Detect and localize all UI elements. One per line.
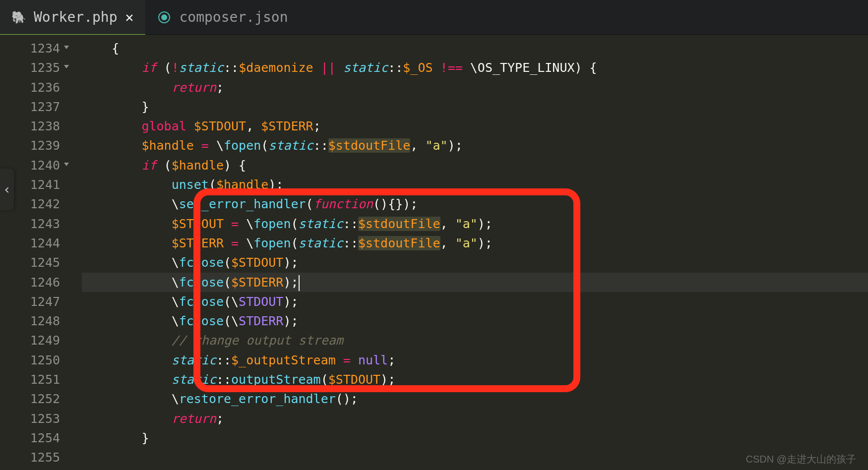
text-cursor xyxy=(299,275,300,291)
tab-label: composer.json xyxy=(179,9,288,25)
code-line[interactable]: \fclose($STDERR); xyxy=(82,273,868,292)
code-line[interactable]: return; xyxy=(82,78,868,97)
code-line[interactable]: unset($handle); xyxy=(82,175,868,194)
code-line[interactable]: if ($handle) { xyxy=(82,156,868,175)
tab-bar: Worker.php ✕ composer.json xyxy=(0,0,868,35)
line-number[interactable]: 1244 xyxy=(0,234,67,253)
json-file-icon xyxy=(157,10,171,24)
tab-label: Worker.php xyxy=(34,9,118,25)
panel-expand-handle[interactable]: ‹ xyxy=(0,169,14,210)
line-number[interactable]: 1254 xyxy=(0,428,67,448)
code-area[interactable]: { if (!static::$daemonize || static::$_O… xyxy=(67,35,868,470)
tab-composer-json[interactable]: composer.json xyxy=(145,0,300,34)
line-number[interactable]: 1239 xyxy=(0,136,67,155)
code-line[interactable]: \fclose(\STDOUT); xyxy=(82,292,868,311)
line-number-gutter: 1234123512361237123812391240124112421243… xyxy=(0,35,67,470)
code-line[interactable]: if (!static::$daemonize || static::$_OS … xyxy=(82,58,868,77)
code-line[interactable]: static::$_outputStream = null; xyxy=(82,351,868,370)
tab-worker-php[interactable]: Worker.php ✕ xyxy=(0,0,145,34)
line-number[interactable]: 1238 xyxy=(0,117,67,136)
code-line[interactable]: global $STDOUT, $STDERR; xyxy=(82,117,868,136)
code-line[interactable]: $handle = \fopen(static::$stdoutFile, "a… xyxy=(82,136,868,155)
line-number[interactable]: 1250 xyxy=(0,351,67,370)
php-file-icon xyxy=(12,10,26,24)
line-number[interactable]: 1255 xyxy=(0,448,67,467)
code-line[interactable]: } xyxy=(82,428,868,448)
line-number[interactable]: 1237 xyxy=(0,97,67,117)
close-icon[interactable]: ✕ xyxy=(125,9,134,25)
code-line[interactable]: \restore_error_handler(); xyxy=(82,389,868,409)
code-line[interactable]: // change output stream xyxy=(82,331,868,350)
line-number[interactable]: 1247 xyxy=(0,292,67,311)
code-line[interactable]: return; xyxy=(82,409,868,428)
code-line[interactable]: } xyxy=(82,97,868,117)
line-number[interactable]: 1251 xyxy=(0,370,67,389)
line-number[interactable]: 1246 xyxy=(0,273,67,292)
line-number[interactable]: 1252 xyxy=(0,389,67,409)
code-line[interactable]: static::outputStream($STDOUT); xyxy=(82,370,868,389)
code-line[interactable]: \set_error_handler(function(){}); xyxy=(82,194,868,214)
code-line[interactable]: \fclose($STDOUT); xyxy=(82,253,868,272)
line-number[interactable]: 1235 xyxy=(0,58,67,77)
line-number[interactable]: 1245 xyxy=(0,253,67,272)
watermark: CSDN @走进大山的孩子 xyxy=(745,453,856,466)
line-number[interactable]: 1248 xyxy=(0,311,67,331)
line-number[interactable]: 1249 xyxy=(0,331,67,350)
line-number[interactable]: 1243 xyxy=(0,214,67,234)
editor[interactable]: 1234123512361237123812391240124112421243… xyxy=(0,35,868,470)
code-line[interactable]: \fclose(\STDERR); xyxy=(82,311,868,331)
code-line[interactable]: $STDERR = \fopen(static::$stdoutFile, "a… xyxy=(82,234,868,253)
line-number[interactable]: 1236 xyxy=(0,78,67,97)
code-line[interactable]: { xyxy=(82,39,868,58)
line-number[interactable]: 1253 xyxy=(0,409,67,428)
code-line[interactable]: $STDOUT = \fopen(static::$stdoutFile, "a… xyxy=(82,214,868,234)
line-number[interactable]: 1234 xyxy=(0,39,67,58)
